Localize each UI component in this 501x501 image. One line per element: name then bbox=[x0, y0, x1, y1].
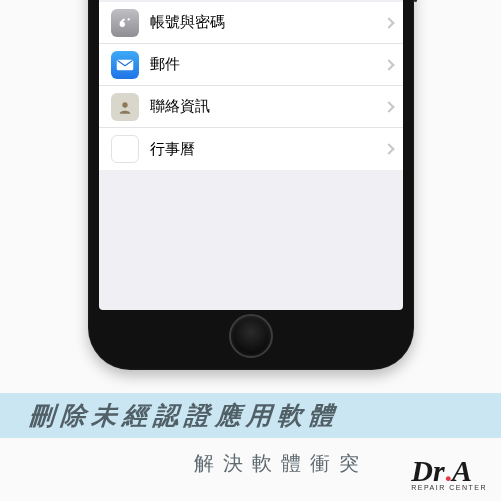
settings-row-accounts-passwords[interactable]: 帳號與密碼 bbox=[99, 2, 403, 44]
settings-screen: iTunes 與 App Store Wallet 與 Apple Pay bbox=[99, 0, 403, 310]
chevron-right-icon bbox=[383, 143, 394, 154]
home-button[interactable] bbox=[229, 314, 273, 358]
chevron-right-icon bbox=[383, 59, 394, 70]
row-label: 聯絡資訊 bbox=[150, 97, 379, 116]
row-label: 行事曆 bbox=[150, 140, 379, 159]
calendar-icon bbox=[111, 135, 139, 163]
row-label: 帳號與密碼 bbox=[150, 13, 379, 32]
brand-logo: Dr.A REPAIR CENTER bbox=[411, 456, 487, 491]
chevron-right-icon bbox=[383, 101, 394, 112]
settings-group-accounts: 帳號與密碼 郵件 bbox=[99, 2, 403, 170]
brand-name: Dr.A bbox=[411, 456, 487, 486]
iphone-frame: iTunes 與 App Store Wallet 與 Apple Pay bbox=[88, 0, 414, 370]
mail-icon bbox=[111, 51, 139, 79]
headline-banner: 刪除未經認證應用軟體 bbox=[0, 393, 501, 438]
settings-row-contacts[interactable]: 聯絡資訊 bbox=[99, 86, 403, 128]
settings-row-calendar[interactable]: 行事曆 bbox=[99, 128, 403, 170]
brand-tagline: REPAIR CENTER bbox=[411, 484, 487, 491]
svg-point-4 bbox=[122, 102, 127, 107]
chevron-right-icon bbox=[383, 17, 394, 28]
key-icon bbox=[111, 9, 139, 37]
svg-rect-2 bbox=[127, 18, 129, 20]
contacts-icon bbox=[111, 93, 139, 121]
settings-row-mail[interactable]: 郵件 bbox=[99, 44, 403, 86]
promo-canvas: iTunes 與 App Store Wallet 與 Apple Pay bbox=[0, 0, 501, 501]
row-label: 郵件 bbox=[150, 55, 379, 74]
headline-text: 刪除未經認證應用軟體 bbox=[0, 399, 341, 432]
